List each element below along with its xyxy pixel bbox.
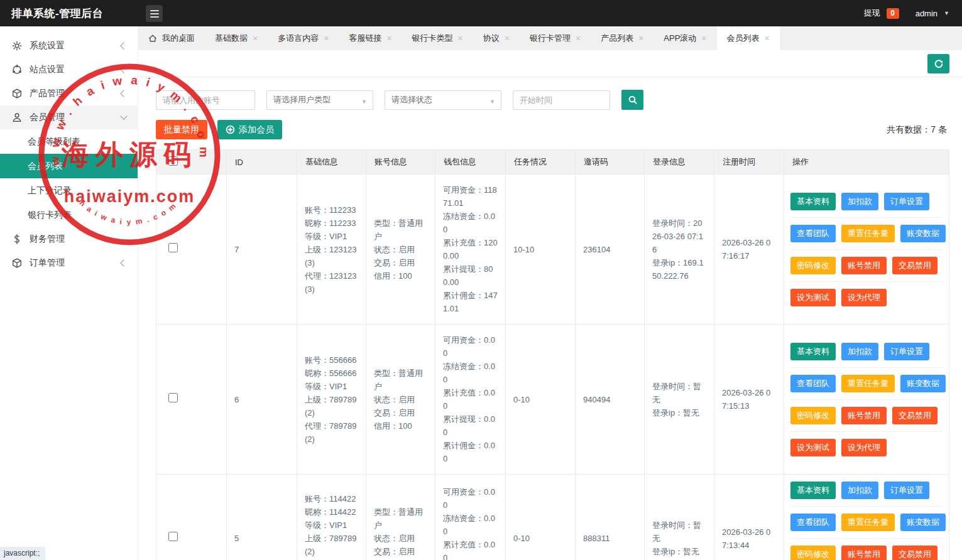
- withdraw-count-badge: 0: [887, 8, 899, 19]
- basic-profile-button[interactable]: 基本资料: [790, 193, 836, 210]
- set-agent-button[interactable]: 设为代理: [841, 289, 887, 306]
- sidebar-item-system-settings[interactable]: 系统设置: [0, 34, 138, 58]
- user-menu[interactable]: admin: [916, 9, 937, 18]
- select-all-checkbox[interactable]: [168, 156, 178, 166]
- user-type-select[interactable]: 请选择用户类型 ▼: [266, 90, 373, 110]
- view-team-button[interactable]: 查看团队: [790, 375, 836, 392]
- change-password-button[interactable]: 密码修改: [790, 546, 836, 560]
- account-search-input[interactable]: [156, 90, 255, 110]
- member-table: ID 基础信息 账号信息 钱包信息 任务情况 邀请码 登录信息 注册时间 操作 …: [156, 149, 949, 560]
- close-icon[interactable]: ×: [253, 34, 258, 43]
- cell-invite-code: 940494: [576, 325, 645, 475]
- close-icon[interactable]: ×: [765, 34, 770, 43]
- chevron-down-icon: ▼: [944, 10, 949, 16]
- close-icon[interactable]: ×: [458, 34, 463, 43]
- add-deduct-button[interactable]: 加扣款: [841, 343, 878, 360]
- cell-actions: 基本资料 加扣款 订单设置 查看团队 重置任务量 账变数据 密码修改 账号禁用 …: [784, 325, 949, 475]
- sidebar-item-site-settings[interactable]: 站点设置: [0, 58, 138, 82]
- plus-circle-icon: [226, 125, 235, 134]
- set-test-button[interactable]: 设为测试: [790, 439, 836, 456]
- balance-data-button[interactable]: 账变数据: [900, 225, 946, 242]
- view-team-button[interactable]: 查看团队: [790, 225, 836, 242]
- close-icon[interactable]: ×: [386, 34, 391, 43]
- close-icon[interactable]: ×: [576, 34, 581, 43]
- row-checkbox[interactable]: [168, 532, 178, 541]
- tab-agreement[interactable]: 协议×: [473, 26, 520, 50]
- browser-status-text: javascript:;: [0, 547, 45, 560]
- change-password-button[interactable]: 密码修改: [790, 407, 836, 424]
- cell-account-info: 类型：普通用户 状态：启用 交易：启用 信用：100: [366, 325, 435, 475]
- chevron-left-icon: [120, 66, 127, 73]
- tab-service-link[interactable]: 客服链接×: [339, 26, 402, 50]
- cell-login-info: 登录时间：暂无 登录ip：暂无: [645, 325, 714, 475]
- tab-app-scroll[interactable]: APP滚动×: [653, 26, 716, 50]
- sidebar-item-product-management[interactable]: 产品管理: [0, 82, 138, 105]
- tab-basic-data[interactable]: 基础数据×: [205, 26, 268, 50]
- add-deduct-button[interactable]: 加扣款: [841, 482, 878, 499]
- sidebar-item-member-list[interactable]: 会员列表: [0, 154, 138, 178]
- cube-icon: [11, 88, 23, 99]
- balance-data-button[interactable]: 账变数据: [900, 375, 946, 392]
- disable-account-button[interactable]: 账号禁用: [841, 407, 887, 424]
- add-deduct-button[interactable]: 加扣款: [841, 193, 878, 210]
- balance-data-button[interactable]: 账变数据: [900, 514, 946, 531]
- disable-trade-button[interactable]: 交易禁用: [892, 407, 937, 424]
- set-test-button[interactable]: 设为测试: [790, 289, 836, 306]
- table-row: 5 账号：114422 昵称：114422 等级：VIP1 上级：789789 …: [156, 475, 949, 560]
- order-settings-button[interactable]: 订单设置: [884, 193, 929, 210]
- view-team-button[interactable]: 查看团队: [790, 514, 836, 531]
- close-icon[interactable]: ×: [324, 34, 329, 43]
- status-select[interactable]: 请选择状态 ▼: [385, 90, 501, 110]
- refresh-button[interactable]: [927, 54, 949, 73]
- tab-home[interactable]: 我的桌面: [138, 26, 205, 50]
- start-time-input[interactable]: [513, 90, 610, 110]
- disable-account-button[interactable]: 账号禁用: [841, 546, 887, 560]
- basic-profile-button[interactable]: 基本资料: [790, 482, 836, 499]
- tab-member-list[interactable]: 会员列表×: [717, 26, 780, 50]
- add-member-button[interactable]: 添加会员: [217, 120, 282, 139]
- basic-profile-button[interactable]: 基本资料: [790, 343, 836, 360]
- tab-bankcard-management[interactable]: 银行卡管理×: [520, 26, 591, 50]
- cube-icon: [11, 257, 23, 269]
- dollar-icon: [11, 234, 23, 245]
- reset-task-button[interactable]: 重置任务量: [841, 225, 895, 242]
- order-settings-button[interactable]: 订单设置: [884, 343, 929, 360]
- close-icon[interactable]: ×: [638, 34, 643, 43]
- row-checkbox[interactable]: [168, 393, 178, 402]
- change-password-button[interactable]: 密码修改: [790, 257, 836, 274]
- disable-trade-button[interactable]: 交易禁用: [892, 257, 937, 274]
- chevron-left-icon: [120, 42, 127, 49]
- search-button[interactable]: [621, 90, 643, 110]
- cell-login-info: 登录时间：暂无 登录ip：暂无: [645, 475, 714, 560]
- tab-product-list[interactable]: 产品列表×: [591, 26, 653, 50]
- tab-bankcard-type[interactable]: 银行卡类型×: [402, 26, 473, 50]
- sidebar-toggle-button[interactable]: [146, 5, 163, 22]
- chevron-left-icon: [120, 259, 127, 266]
- withdraw-link[interactable]: 提现: [864, 8, 880, 19]
- close-icon[interactable]: ×: [505, 34, 510, 43]
- sidebar-item-finance-management[interactable]: 财务管理: [0, 227, 138, 251]
- search-icon: [628, 95, 638, 105]
- close-icon[interactable]: ×: [701, 34, 706, 43]
- disable-trade-button[interactable]: 交易禁用: [892, 546, 937, 560]
- sidebar-item-member-level-list[interactable]: 会员等级列表: [0, 129, 138, 154]
- batch-disable-button[interactable]: 批量禁用: [156, 120, 207, 139]
- tab-multilanguage[interactable]: 多语言内容×: [268, 26, 339, 50]
- disable-account-button[interactable]: 账号禁用: [841, 257, 887, 274]
- table-header-row: ID 基础信息 账号信息 钱包信息 任务情况 邀请码 登录信息 注册时间 操作: [156, 150, 949, 175]
- cell-wallet-info: 可用资金：0.00 冻结资金：0.00 累计充值：0.00 累计提现：0.00 …: [435, 325, 506, 475]
- order-settings-button[interactable]: 订单设置: [884, 482, 929, 499]
- sidebar-item-member-management[interactable]: 会员管理: [0, 105, 138, 129]
- refresh-icon: [934, 59, 944, 69]
- reset-task-button[interactable]: 重置任务量: [841, 514, 895, 531]
- sidebar-item-bankcard-list[interactable]: 银行卡列表: [0, 203, 138, 227]
- user-icon: [11, 112, 23, 123]
- cell-login-info: 登录时间：2026-03-26 07:16 登录ip：169.150.222.7…: [645, 175, 714, 325]
- column-header-task: 任务情况: [506, 150, 576, 175]
- app-title: 排单系统-管理后台: [11, 6, 103, 21]
- reset-task-button[interactable]: 重置任务量: [841, 375, 895, 392]
- row-checkbox[interactable]: [168, 243, 178, 252]
- set-agent-button[interactable]: 设为代理: [841, 439, 887, 456]
- sidebar-item-score-records[interactable]: 上下分记录: [0, 178, 138, 203]
- sidebar-item-order-management[interactable]: 订单管理: [0, 251, 138, 275]
